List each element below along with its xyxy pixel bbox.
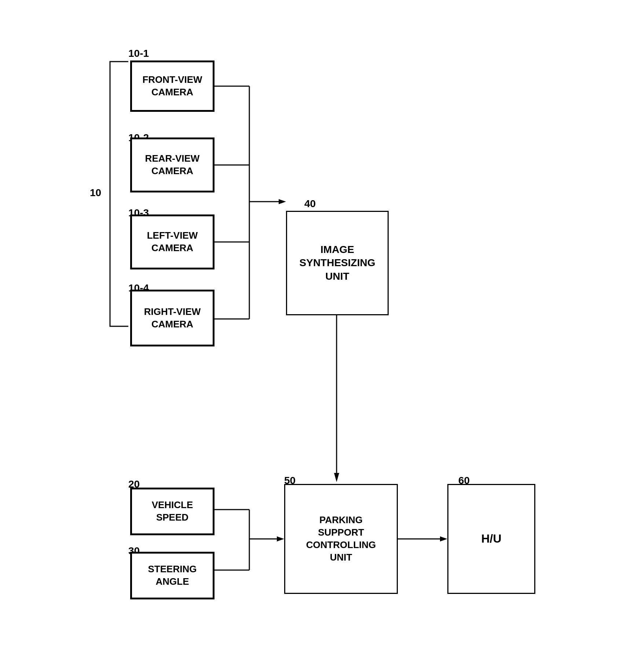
image-synthesizing-label: IMAGESYNTHESIZINGUNIT bbox=[300, 243, 375, 283]
left-view-camera-block: LEFT-VIEWCAMERA bbox=[130, 214, 214, 269]
front-view-camera-block: FRONT-VIEW CAMERA bbox=[130, 60, 214, 112]
hu-label: H/U bbox=[481, 531, 501, 547]
svg-marker-13 bbox=[277, 536, 284, 541]
vehicle-speed-block: VEHICLESPEED bbox=[130, 488, 214, 535]
vehicle-speed-label: VEHICLESPEED bbox=[152, 499, 193, 524]
image-synthesizing-block: IMAGESYNTHESIZINGUNIT bbox=[286, 211, 389, 315]
svg-marker-8 bbox=[334, 473, 339, 482]
svg-marker-6 bbox=[279, 199, 286, 204]
left-view-camera-label: LEFT-VIEWCAMERA bbox=[147, 229, 198, 254]
hu-block: H/U bbox=[447, 484, 535, 594]
right-view-camera-label: RIGHT-VIEWCAMERA bbox=[144, 306, 201, 331]
diagram: 10-1 FRONT-VIEW CAMERA 10-2 REAR-VIEWCAM… bbox=[0, 0, 627, 672]
label-10-1: 10-1 bbox=[128, 48, 149, 59]
front-view-camera-label: FRONT-VIEW CAMERA bbox=[132, 74, 213, 99]
label-40: 40 bbox=[304, 198, 316, 210]
rear-view-camera-block: REAR-VIEWCAMERA bbox=[130, 137, 214, 192]
steering-angle-label: STEERINGANGLE bbox=[148, 563, 197, 588]
steering-angle-block: STEERINGANGLE bbox=[130, 552, 214, 599]
parking-support-block: PARKINGSUPPORTCONTROLLINGUNIT bbox=[284, 484, 398, 594]
parking-support-label: PARKINGSUPPORTCONTROLLINGUNIT bbox=[306, 514, 376, 563]
svg-marker-15 bbox=[440, 536, 447, 541]
rear-view-camera-label: REAR-VIEWCAMERA bbox=[145, 153, 200, 177]
label-10: 10 bbox=[90, 187, 101, 199]
right-view-camera-block: RIGHT-VIEWCAMERA bbox=[130, 290, 214, 346]
